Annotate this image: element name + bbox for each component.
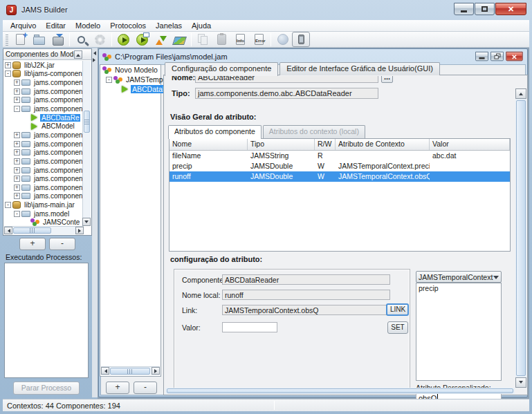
col-valor[interactable]: Valor [430, 139, 510, 150]
menu-modelo[interactable]: Modelo [71, 21, 105, 30]
error-log-button[interactable]: Error [250, 32, 268, 47]
tree-scroll-up-button[interactable] [74, 50, 82, 59]
expander-icon[interactable] [14, 167, 20, 173]
menu-arquivo[interactable]: Arquivo [6, 21, 41, 30]
scroll-down-button[interactable] [515, 377, 526, 388]
scrollbar-thumb[interactable] [516, 100, 526, 376]
tree-item[interactable]: jams.model [4, 209, 84, 218]
table-row[interactable]: precip JAMSDouble W JAMSTemporalContext.… [169, 161, 510, 171]
list-item[interactable]: precip [416, 283, 501, 293]
expander-icon[interactable] [14, 185, 20, 191]
expander-icon[interactable] [14, 79, 20, 86]
new-model-button[interactable] [11, 32, 30, 47]
add-component-button[interactable]: + [19, 238, 46, 250]
scroll-left-button[interactable] [4, 227, 12, 234]
table-row[interactable]: fileName JAMSString R abc.dat [169, 151, 510, 161]
tree-item[interactable]: jams.componen [4, 78, 84, 87]
stop-process-button[interactable]: Parar Processo [13, 382, 80, 395]
col-rw[interactable]: R/W [315, 139, 336, 150]
tab-gui-editor[interactable]: Editor de Interface Gráfica de Usuário(G… [279, 62, 440, 75]
menu-editar[interactable]: Editar [41, 21, 71, 30]
expander-icon[interactable] [14, 97, 20, 103]
doc-minimize-button[interactable] [475, 52, 488, 62]
context-attribute-list[interactable]: precip [416, 283, 502, 381]
collapse-right-icon[interactable] [93, 58, 98, 62]
expander-icon[interactable] [14, 176, 20, 182]
tree-item[interactable]: jams.componen [4, 87, 84, 96]
doc-restore-button[interactable] [490, 52, 504, 62]
expander-icon[interactable] [14, 88, 20, 95]
tab-context-attributes[interactable]: Atributos do contexto (local) [263, 125, 365, 138]
paste-button[interactable] [212, 32, 231, 47]
model-remove-button[interactable]: - [134, 382, 157, 394]
toolbar-grip[interactable] [6, 33, 8, 46]
doc-close-button[interactable]: ✕ [506, 52, 522, 62]
config-vertical-scrollbar[interactable] [515, 88, 526, 388]
config-horizontal-scrollbar[interactable] [165, 388, 515, 394]
info-log-button[interactable]: Info [231, 32, 250, 47]
search-button[interactable] [72, 32, 91, 47]
maximize-button[interactable] [475, 3, 495, 15]
scrollbar-thumb[interactable] [84, 111, 90, 133]
tree-item[interactable]: jams.componen [4, 104, 84, 113]
open-model-button[interactable] [30, 32, 48, 47]
run-model-button[interactable] [114, 32, 133, 47]
scroll-right-button[interactable] [75, 227, 84, 234]
save-model-button[interactable] [48, 32, 67, 47]
tree-item[interactable]: jams.componen [4, 166, 84, 175]
col-tipo[interactable]: Tipo [248, 139, 315, 150]
browse-button[interactable]: ... [381, 76, 393, 83]
link-button[interactable]: LINK [386, 303, 409, 316]
minimize-button[interactable] [454, 3, 474, 15]
scrollbar-thumb[interactable] [110, 368, 150, 375]
scroll-right-button[interactable] [152, 367, 160, 375]
scrollbar-thumb[interactable] [167, 388, 513, 393]
collapse-left-icon[interactable] [91, 51, 96, 55]
expander-icon[interactable] [106, 77, 112, 83]
tree-item[interactable]: jams.componen [4, 183, 84, 192]
expander-icon[interactable] [5, 202, 11, 208]
model-updown-button[interactable] [152, 32, 170, 47]
remove-component-button[interactable]: - [49, 238, 75, 250]
tree-item[interactable]: jams.componen [4, 96, 84, 105]
tree-item[interactable]: ABCModel [4, 122, 84, 131]
expander-icon[interactable] [14, 106, 20, 112]
run-model-window-button[interactable] [133, 32, 152, 47]
col-nome[interactable]: Nome [169, 139, 248, 150]
expander-icon[interactable] [14, 132, 20, 138]
map-button[interactable] [170, 32, 189, 47]
menu-janelas[interactable]: Janelas [151, 21, 187, 30]
expander-icon[interactable] [5, 70, 11, 77]
expander-icon[interactable] [14, 211, 20, 217]
tree-item-selected[interactable]: ABCDataRe [4, 113, 84, 122]
tree-vertical-scrollbar[interactable] [82, 61, 91, 226]
tab-component-config[interactable]: Configuração do componente [165, 62, 278, 76]
tree-item[interactable]: lib\jams-main.jar [4, 200, 84, 209]
scrollbar-thumb[interactable] [13, 227, 51, 234]
tree-item[interactable]: jams.componen [4, 192, 84, 201]
tree-horizontal-scrollbar[interactable] [4, 226, 84, 234]
tree-item[interactable]: jams.componen [4, 140, 84, 149]
tree-item-selected[interactable]: ABCDataRe [100, 84, 160, 94]
model-tree-horizontal-scrollbar[interactable] [101, 366, 160, 375]
expander-icon[interactable] [14, 193, 20, 199]
table-row-selected[interactable]: runoff JAMSDouble W JAMSTemporalContext.… [169, 171, 510, 182]
tree-item[interactable]: JAMSTemporalC [100, 75, 160, 84]
menu-protocolos[interactable]: Protocolos [105, 21, 151, 30]
expander-icon[interactable] [5, 62, 11, 68]
web-button[interactable] [273, 32, 292, 47]
context-selector-dropdown[interactable]: JAMSTemporalContext [416, 271, 502, 283]
expander-icon[interactable] [14, 158, 20, 164]
scroll-left-button[interactable] [101, 367, 109, 375]
close-button[interactable]: ✕ [495, 3, 526, 15]
tree-item[interactable]: jams.componen [4, 148, 84, 157]
valor-field[interactable] [222, 322, 277, 332]
tree-item[interactable]: lib\jams-component [4, 70, 84, 79]
tree-item[interactable]: jams.componen [4, 157, 84, 166]
expander-icon[interactable] [14, 141, 20, 147]
tree-scroll-down-button[interactable] [82, 218, 91, 226]
set-button[interactable]: SET [387, 321, 408, 334]
menu-ajuda[interactable]: Ajuda [187, 21, 216, 30]
tree-item[interactable]: Novo Modelo [100, 65, 160, 75]
expander-icon[interactable] [14, 149, 20, 156]
